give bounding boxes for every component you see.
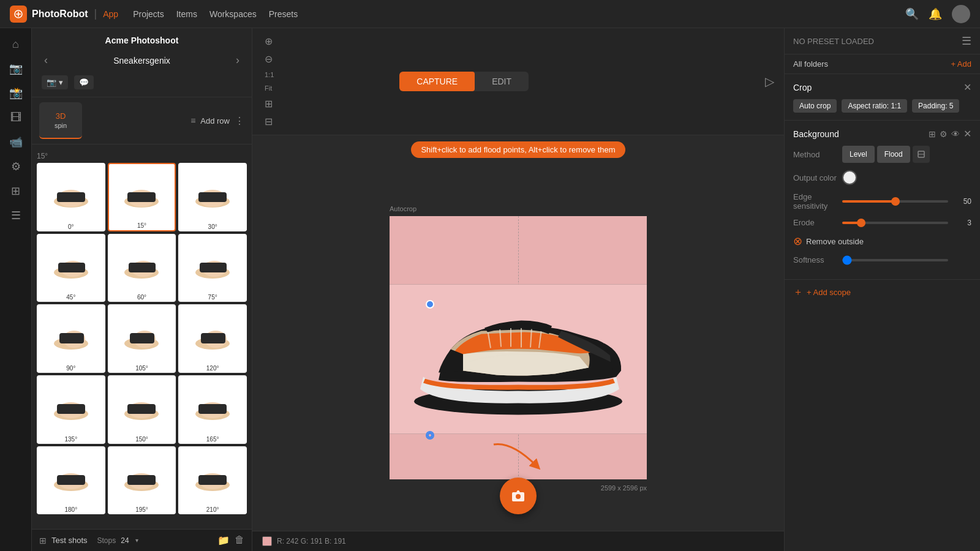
erode-slider-wrap: 3 [842,219,971,227]
logo-app: App [103,9,118,19]
crop-padding-chip[interactable]: Padding: 5 [912,99,959,113]
spin-badge[interactable]: 3D spin [39,102,82,139]
rp-add-btn[interactable]: + Add [951,59,971,69]
svg-rect-28 [59,333,84,343]
thumb-210[interactable]: 210° [178,446,247,515]
add-scope-label: + Add scope [807,288,851,297]
bg-icon-3[interactable]: 👁 [951,129,960,139]
bg-close-btn[interactable]: ✕ [963,128,971,140]
tab-capture[interactable]: CAPTURE [399,72,475,91]
remove-outside-btn[interactable]: ⊗ Remove outside [793,234,864,248]
icon-bar-grid[interactable]: ⊞ [5,180,27,202]
topnav-links: Projects Items Workspaces Presets [133,9,298,19]
thumb-135[interactable]: 135° [37,375,105,444]
thumbnail-grid: 0° 15° 30° 45° 60° [37,163,247,514]
icon-bar-home[interactable]: ⌂ [5,33,27,55]
thumb-105[interactable]: 105° [108,304,176,373]
thumb-label-0: 0° [37,223,105,230]
sidebar-next-btn[interactable]: › [233,51,242,69]
softness-slider[interactable] [842,259,948,261]
softness-row: Softness [793,255,971,264]
output-color-picker[interactable] [842,170,857,185]
folder-icon[interactable]: 📁 [217,534,230,546]
add-scope-btn[interactable]: ＋ + Add scope [785,280,980,305]
thumb-150[interactable]: 150° [108,375,176,444]
method-level-btn[interactable]: Level [842,146,875,163]
erode-row: Erode 3 [793,218,971,227]
method-flood-btn[interactable]: Flood [877,146,910,163]
add-row-btn[interactable]: Add row [200,116,230,126]
test-shots-label: Test shots [51,536,88,545]
trash-icon[interactable]: 🗑 [235,534,244,546]
svg-rect-16 [58,263,85,272]
zoom-in-icon[interactable]: ⊕ [262,33,276,50]
fab-capture-btn[interactable] [500,478,537,514]
thumb-60[interactable]: 60° [108,234,176,302]
nav-projects[interactable]: Projects [133,9,164,19]
canvas-px-label: 2599 x 2596 px [601,484,647,492]
icon-bar-camera4[interactable]: 📹 [5,131,27,153]
zoom-out-icon[interactable]: ⊖ [262,51,276,67]
icon-bar-camera[interactable]: 📷 [5,58,27,80]
search-icon[interactable]: 🔍 [905,7,919,21]
icon-bar-list[interactable]: ☰ [5,204,27,227]
edge-slider[interactable] [842,200,948,203]
thumb-120[interactable]: 120° [178,304,247,373]
edge-row: Edge sensitivity 50 [793,192,971,211]
crop-auto-chip[interactable]: Auto crop [793,99,837,113]
sidebar-title: Acme Photoshoot [42,36,242,45]
method-btns: Level Flood [842,146,930,163]
sidebar-nav: ‹ Sneakersgenix › [42,51,242,69]
thumb-180[interactable]: 180° [37,446,105,515]
icon-bar-camera3[interactable]: 🎞 [5,107,27,129]
sidebar-prev-btn[interactable]: ‹ [42,51,50,69]
crop-aspect-chip[interactable]: Aspect ratio: 1:1 [842,99,907,113]
icon-bar-camera2[interactable]: 📸 [5,82,27,104]
thumb-75[interactable]: 75° [178,234,247,302]
thumb-label-90: 90° [37,365,105,372]
nav-presets[interactable]: Presets [269,9,298,19]
thumb-15[interactable]: 15° [108,163,176,231]
thumb-30[interactable]: 30° [178,163,247,231]
thumb-45[interactable]: 45° [37,234,105,302]
flood-point-1[interactable] [426,300,434,309]
nav-workspaces[interactable]: Workspaces [209,9,257,19]
thumb-165[interactable]: 165° [178,375,247,444]
flood-point-2[interactable] [426,431,434,440]
play-btn[interactable]: ▷ [765,74,774,89]
canvas-bottom-bar: R: 242 G: 191 B: 191 [252,531,784,551]
bell-icon[interactable]: 🔔 [929,7,942,21]
icon-bar-settings[interactable]: ⚙ [5,156,27,178]
layout-icon[interactable]: ⊟ [262,113,276,130]
thumb-90[interactable]: 90° [37,304,105,373]
shoe-image [402,282,635,419]
rp-menu-btn[interactable]: ☰ [962,34,971,48]
options-icon[interactable]: ⋮ [235,115,244,127]
nav-items[interactable]: Items [176,9,197,19]
canvas-hint-wrap: Shift+click to add flood points, Alt+cli… [252,135,784,164]
main-layout: ⌂ 📷 📸 🎞 📹 ⚙ ⊞ ☰ Acme Photoshoot ‹ Sneake… [0,28,980,551]
add-scope-plus: ＋ [793,286,803,299]
topnav: PhotoRobot | App Projects Items Workspac… [0,0,980,28]
comment-btn[interactable]: 💬 [74,75,94,89]
tab-edit[interactable]: EDIT [475,72,529,91]
camera-mode-btn[interactable]: 📷 ▾ [42,75,68,89]
canvas-toolbar: ⊕ ⊖ 1:1 Fit ⊞ ⊟ CAPTURE EDIT ▷ [252,28,784,135]
fab-arrow-svg [488,438,549,475]
bg-icon-2[interactable]: ⚙ [940,129,948,139]
zoom-1to1[interactable]: 1:1 [262,69,276,81]
crop-close-btn[interactable]: ✕ [963,81,971,93]
bg-section-header: Background ⊞ ⚙ 👁 ✕ [793,128,971,140]
method-extra-icon[interactable] [913,146,930,163]
svg-rect-20 [129,263,156,272]
erode-slider[interactable] [842,222,948,224]
stops-dropdown[interactable]: ▾ [135,537,138,544]
avatar[interactable] [952,5,970,23]
zoom-fit[interactable]: Fit [262,82,276,94]
canvas-hint: Shift+click to add flood points, Alt+cli… [411,141,625,158]
grid-view-icon[interactable]: ⊞ [262,96,276,112]
thumb-0[interactable]: 0° [37,163,105,231]
svg-rect-36 [201,333,225,343]
bg-icon-1[interactable]: ⊞ [929,129,936,139]
thumb-195[interactable]: 195° [108,446,176,515]
